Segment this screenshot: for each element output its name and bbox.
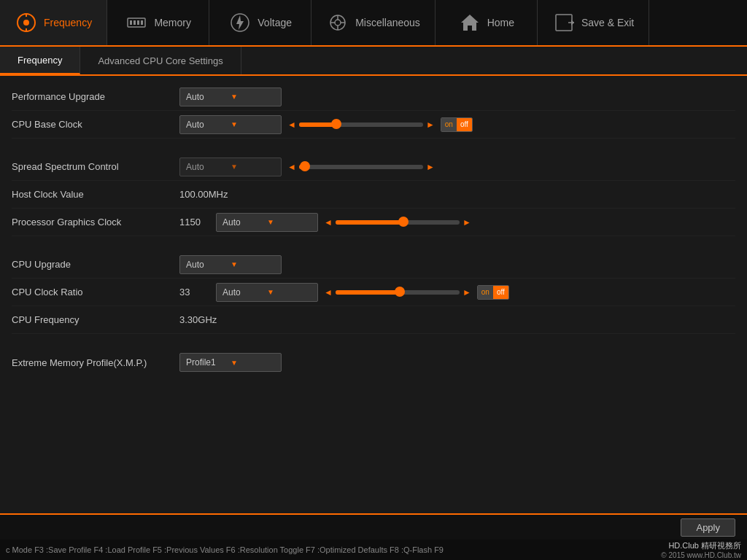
row-cpu-frequency: CPU Frequency 3.30GHz (12, 306, 735, 334)
voltage-icon (228, 11, 252, 34)
slider-track[interactable] (336, 290, 460, 295)
dropdown-arrow-icon: ▼ (231, 260, 275, 268)
label-performance-upgrade: Performance Upgrade (12, 91, 179, 102)
bottom-bar: Apply (0, 513, 747, 540)
dropdown-cpu-clock-ratio[interactable]: Auto ▼ (216, 283, 318, 302)
svg-marker-10 (236, 15, 244, 30)
row-performance-upgrade: Performance Upgrade Auto ▼ (12, 83, 735, 111)
slider-left-arrow[interactable]: ◄ (324, 217, 333, 228)
tab-advanced-cpu[interactable]: Advanced CPU Core Settings (80, 47, 241, 74)
dropdown-cpu-upgrade[interactable]: Auto ▼ (179, 255, 282, 274)
brand-website: © 2015 www.HD.Club.tw (661, 551, 741, 559)
slider-spread-spectrum: ◄ ► (287, 162, 435, 172)
svg-rect-8 (141, 20, 143, 25)
label-processor-graphics-clock: Processor Graphics Clock (12, 217, 179, 228)
row-cpu-base-clock: CPU Base Clock Auto ▼ ◄ ► on off (12, 111, 735, 139)
spacer-2 (12, 236, 735, 251)
brand-name: HD.Club 精研視務所 (661, 540, 741, 551)
memory-icon (125, 11, 148, 34)
dropdown-arrow-icon: ▼ (231, 163, 275, 171)
slider-fill (336, 290, 400, 295)
top-navigation: Frequency Memory Voltage (0, 0, 747, 47)
slider-right-arrow[interactable]: ► (462, 217, 471, 228)
svg-rect-7 (137, 20, 139, 25)
toggle-cpu-base-clock[interactable]: on off (441, 117, 473, 132)
row-cpu-clock-ratio: CPU Clock Ratio 33 Auto ▼ ◄ ► on off (12, 279, 735, 306)
nav-misc-label: Miscellaneous (355, 17, 420, 28)
toggle-off[interactable]: off (457, 118, 472, 131)
slider-left-arrow[interactable]: ◄ (324, 287, 333, 298)
nav-voltage[interactable]: Voltage (209, 0, 311, 45)
spacer-1 (12, 139, 735, 153)
toggle-on[interactable]: on (478, 286, 493, 299)
slider-track[interactable] (336, 220, 460, 225)
value-cpu-frequency: 3.30GHz (179, 314, 217, 325)
status-bar: c Mode F3 :Save Profile F4 :Load Profile… (0, 540, 747, 560)
label-spread-spectrum: Spread Spectrum Control (12, 161, 179, 172)
slider-thumb[interactable] (395, 287, 405, 297)
nav-memory[interactable]: Memory (107, 0, 209, 45)
slider-track[interactable] (299, 122, 423, 127)
label-xmp: Extreme Memory Profile(X.M.P.) (12, 357, 179, 368)
nav-frequency-label: Frequency (44, 17, 92, 28)
toggle-on[interactable]: on (441, 118, 457, 131)
svg-rect-6 (133, 20, 136, 25)
slider-left-arrow[interactable]: ◄ (287, 120, 296, 130)
slider-track[interactable] (299, 165, 423, 169)
slider-right-arrow[interactable]: ► (426, 120, 435, 130)
status-keys: c Mode F3 :Save Profile F4 :Load Profile… (6, 545, 661, 554)
apply-button[interactable]: Apply (681, 518, 735, 537)
row-processor-graphics-clock: Processor Graphics Clock 1150 Auto ▼ ◄ ► (12, 209, 735, 236)
toggle-off[interactable]: off (493, 286, 508, 299)
slider-thumb[interactable] (398, 217, 409, 227)
dropdown-arrow-icon: ▼ (231, 359, 275, 367)
label-cpu-frequency: CPU Frequency (12, 314, 179, 325)
row-cpu-upgrade: CPU Upgrade Auto ▼ (12, 251, 735, 279)
label-cpu-upgrade: CPU Upgrade (12, 259, 179, 270)
row-host-clock-value: Host Clock Value 100.00MHz (12, 181, 735, 209)
svg-rect-5 (130, 20, 132, 25)
row-spread-spectrum: Spread Spectrum Control Auto ▼ ◄ ► (12, 153, 735, 181)
nav-voltage-label: Voltage (258, 17, 292, 28)
svg-marker-20 (571, 20, 574, 26)
value-cpu-clock-ratio: 33 (179, 287, 216, 298)
dropdown-xmp[interactable]: Profile1 ▼ (179, 353, 282, 372)
toggle-cpu-clock-ratio[interactable]: on off (477, 285, 509, 300)
tab-bar: Frequency Advanced CPU Core Settings (0, 47, 747, 76)
slider-left-arrow[interactable]: ◄ (287, 162, 296, 172)
value-host-clock: 100.00MHz (179, 189, 228, 200)
nav-home[interactable]: Home (436, 0, 538, 45)
slider-thumb[interactable] (300, 161, 310, 171)
row-xmp: Extreme Memory Profile(X.M.P.) Profile1 … (12, 349, 735, 376)
svg-marker-17 (461, 15, 479, 31)
slider-processor-graphics: ◄ ► (324, 217, 471, 228)
nav-save-exit-label: Save & Exit (581, 17, 634, 28)
save-exit-icon (552, 11, 576, 34)
spacer-3 (12, 334, 735, 349)
svg-point-12 (335, 20, 341, 26)
dropdown-processor-graphics[interactable]: Auto ▼ (216, 213, 318, 232)
home-icon (458, 11, 481, 34)
settings-content: Performance Upgrade Auto ▼ CPU Base Cloc… (0, 76, 747, 513)
label-cpu-clock-ratio: CPU Clock Ratio (12, 287, 179, 298)
slider-right-arrow[interactable]: ► (426, 162, 435, 172)
frequency-icon (15, 11, 38, 34)
slider-cpu-base-clock: ◄ ► (287, 120, 435, 130)
dropdown-performance-upgrade[interactable]: Auto ▼ (179, 88, 282, 106)
dropdown-cpu-base-clock[interactable]: Auto ▼ (179, 115, 282, 134)
dropdown-arrow-icon: ▼ (267, 288, 311, 296)
label-cpu-base-clock: CPU Base Clock (12, 119, 179, 130)
nav-save-exit[interactable]: Save & Exit (538, 0, 649, 45)
nav-frequency[interactable]: Frequency (0, 0, 107, 45)
misc-icon (326, 11, 349, 34)
dropdown-spread-spectrum[interactable]: Auto ▼ (179, 158, 282, 176)
tab-frequency[interactable]: Frequency (0, 47, 80, 74)
slider-right-arrow[interactable]: ► (462, 287, 471, 298)
slider-fill (336, 220, 404, 225)
slider-thumb[interactable] (331, 119, 341, 129)
svg-point-1 (23, 20, 29, 26)
dropdown-arrow-icon: ▼ (231, 120, 275, 128)
nav-home-label: Home (487, 17, 514, 28)
slider-cpu-clock-ratio: ◄ ► (324, 287, 471, 298)
nav-miscellaneous[interactable]: Miscellaneous (311, 0, 436, 45)
